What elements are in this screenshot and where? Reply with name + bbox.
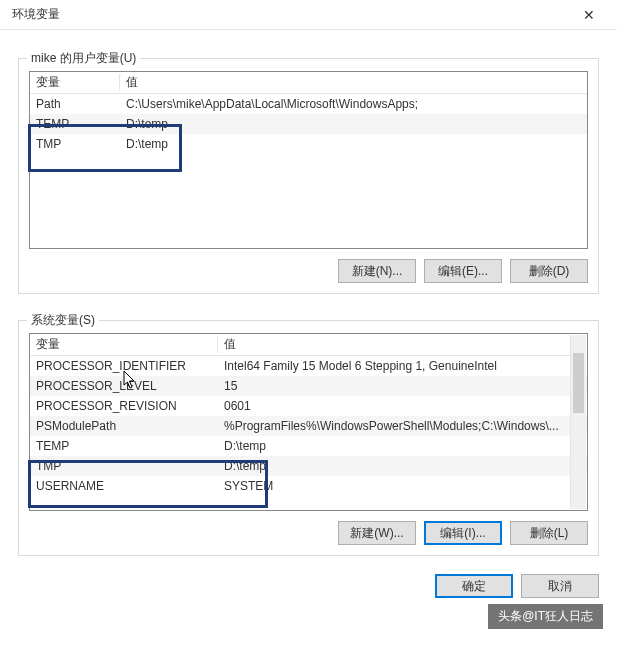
table-row[interactable]: PROCESSOR_IDENTIFIER Intel64 Family 15 M…: [30, 356, 587, 376]
table-row[interactable]: TEMP D:\temp: [30, 114, 587, 134]
cell-value: D:\temp: [120, 137, 587, 151]
sys-edit-button[interactable]: 编辑(I)...: [424, 521, 502, 545]
window-title: 环境变量: [12, 6, 60, 23]
cell-value: SYSTEM: [218, 479, 587, 493]
sys-delete-button[interactable]: 删除(L): [510, 521, 588, 545]
user-variables-list[interactable]: 变量 值 Path C:\Users\mike\AppData\Local\Mi…: [29, 71, 588, 249]
cell-value: 0601: [218, 399, 587, 413]
sys-new-button[interactable]: 新建(W)...: [338, 521, 416, 545]
sys-list-header: 变量 值: [30, 334, 587, 356]
cell-value: C:\Users\mike\AppData\Local\Microsoft\Wi…: [120, 97, 587, 111]
sys-header-name[interactable]: 变量: [30, 336, 218, 353]
cell-value: %ProgramFiles%\WindowsPowerShell\Modules…: [218, 419, 587, 433]
cell-value: 15: [218, 379, 587, 393]
sys-list-body: PROCESSOR_IDENTIFIER Intel64 Family 15 M…: [30, 356, 587, 496]
cell-name: TEMP: [30, 439, 218, 453]
system-variables-group: 系统变量(S) 变量 值 PROCESSOR_IDENTIFIER Intel6…: [18, 320, 599, 556]
cell-value: D:\temp: [120, 117, 587, 131]
table-row[interactable]: TMP D:\temp: [30, 134, 587, 154]
cell-name: PROCESSOR_LEVEL: [30, 379, 218, 393]
user-new-button[interactable]: 新建(N)...: [338, 259, 416, 283]
table-row[interactable]: Path C:\Users\mike\AppData\Local\Microso…: [30, 94, 587, 114]
dialog-content: mike 的用户变量(U) 变量 值 Path C:\Users\mike\Ap…: [0, 30, 617, 610]
table-row[interactable]: TMP D:\temp: [30, 456, 587, 476]
close-icon[interactable]: ✕: [569, 1, 609, 29]
sys-button-row: 新建(W)... 编辑(I)... 删除(L): [29, 521, 588, 545]
user-list-header: 变量 值: [30, 72, 587, 94]
table-row[interactable]: TEMP D:\temp: [30, 436, 587, 456]
sys-header-value[interactable]: 值: [218, 336, 587, 353]
user-button-row: 新建(N)... 编辑(E)... 删除(D): [29, 259, 588, 283]
scrollbar-thumb[interactable]: [573, 353, 584, 413]
cell-name: PROCESSOR_REVISION: [30, 399, 218, 413]
cell-name: PSModulePath: [30, 419, 218, 433]
watermark-label: 头条@IT狂人日志: [488, 604, 603, 629]
cell-value: D:\temp: [218, 459, 587, 473]
cell-name: PROCESSOR_IDENTIFIER: [30, 359, 218, 373]
table-row[interactable]: PROCESSOR_LEVEL 15: [30, 376, 587, 396]
cell-value: D:\temp: [218, 439, 587, 453]
system-variables-list[interactable]: 变量 值 PROCESSOR_IDENTIFIER Intel64 Family…: [29, 333, 588, 511]
table-row[interactable]: USERNAME SYSTEM: [30, 476, 587, 496]
user-list-body: Path C:\Users\mike\AppData\Local\Microso…: [30, 94, 587, 154]
titlebar: 环境变量 ✕: [0, 0, 617, 30]
user-variables-group: mike 的用户变量(U) 变量 值 Path C:\Users\mike\Ap…: [18, 58, 599, 294]
user-header-value[interactable]: 值: [120, 74, 587, 91]
dialog-footer: 确定 取消: [18, 574, 599, 598]
user-edit-button[interactable]: 编辑(E)...: [424, 259, 502, 283]
cancel-button[interactable]: 取消: [521, 574, 599, 598]
table-row[interactable]: PROCESSOR_REVISION 0601: [30, 396, 587, 416]
table-row[interactable]: PSModulePath %ProgramFiles%\WindowsPower…: [30, 416, 587, 436]
user-delete-button[interactable]: 删除(D): [510, 259, 588, 283]
user-group-legend: mike 的用户变量(U): [27, 50, 140, 67]
sys-group-legend: 系统变量(S): [27, 312, 99, 329]
user-header-name[interactable]: 变量: [30, 74, 120, 91]
cell-value: Intel64 Family 15 Model 6 Stepping 1, Ge…: [218, 359, 587, 373]
cell-name: USERNAME: [30, 479, 218, 493]
ok-button[interactable]: 确定: [435, 574, 513, 598]
cell-name: TEMP: [30, 117, 120, 131]
cell-name: Path: [30, 97, 120, 111]
cell-name: TMP: [30, 459, 218, 473]
scrollbar[interactable]: [570, 335, 586, 509]
cell-name: TMP: [30, 137, 120, 151]
